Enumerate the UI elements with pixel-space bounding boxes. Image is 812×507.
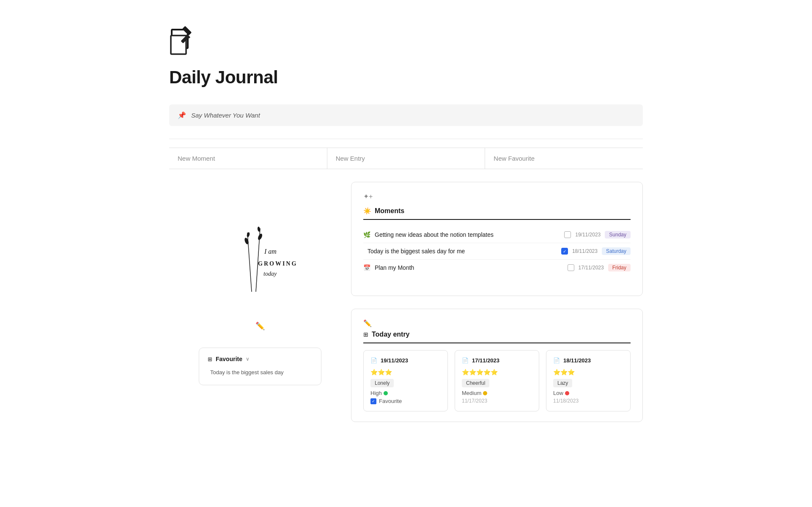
entry-card-1-header: 📄 19/11/2023 (370, 357, 441, 364)
fav-mini-item-text: Today is the biggest sales day (210, 369, 283, 375)
moment-item-1: 🌿 Getting new ideas about the notion tem… (363, 227, 631, 243)
svg-text:today: today (263, 271, 277, 277)
entry-card-3-mood: Lazy (553, 379, 572, 387)
page-title: Daily Journal (169, 67, 643, 88)
entry-card-2-header: 📄 17/11/2023 (462, 357, 532, 364)
today-entry-title-row: ⊞ Today entry (363, 331, 631, 343)
fav-mini-dropdown-icon[interactable]: ∨ (246, 356, 250, 362)
grid-icon: ⊞ (363, 331, 368, 338)
entry-card-1-mood: Lonely (370, 379, 394, 387)
moment-checkbox-2[interactable] (561, 248, 568, 255)
entry-card-3: 📄 18/11/2023 ⭐⭐⭐ Lazy Low 11/18/2023 (546, 350, 631, 411)
moment-text-1: Getting new ideas about the notion templ… (375, 231, 560, 238)
pinned-banner: 📌 Say Whatever You Want (169, 104, 643, 126)
entry-card-1-fav-row: Favourite (370, 398, 441, 404)
moments-title: Moments (375, 207, 404, 215)
moment-item-2: Today is the biggest sales day for me 18… (363, 243, 631, 260)
entry-card-1-stars: ⭐⭐⭐ (370, 369, 441, 375)
favourite-mini-card: ⊞ Favourite ∨ Today is the biggest sales… (199, 348, 321, 385)
entry-card-1-energy: High (370, 390, 441, 396)
today-entry-title: Today entry (372, 331, 410, 338)
moment-checkbox-1[interactable] (564, 231, 571, 238)
fav-mini-header: ⊞ Favourite ∨ (208, 356, 313, 362)
content-area-entries: ✏️ ⊞ Favourite ∨ Today is the biggest sa… (169, 309, 643, 422)
today-entry-edit-icon-area: ✏️ (363, 319, 631, 327)
entry-card-3-energy-dot (565, 391, 569, 395)
entry-card-3-energy-label: Low (553, 390, 563, 396)
today-entry-card: ✏️ ⊞ Today entry 📄 19/11/2023 ⭐⭐⭐ Lonely (351, 309, 643, 422)
entry-card-3-date-small: 11/18/2023 (553, 398, 623, 404)
entry-card-1: 📄 19/11/2023 ⭐⭐⭐ Lonely High Favourite (363, 350, 448, 411)
entry-card-2-energy: Medium (462, 390, 532, 396)
entry-card-2-mood: Cheerful (462, 379, 489, 387)
entry-card-3-date: 18/11/2023 (563, 357, 591, 364)
page-icon-area (169, 34, 643, 59)
content-area-moments: I am GROWING today ✦+ ☀️ Moments 🌿 Getti… (169, 182, 643, 296)
svg-text:GROWING: GROWING (258, 260, 297, 267)
illustration-left-2: ✏️ ⊞ Favourite ∨ Today is the biggest sa… (169, 309, 351, 422)
moment-text-3: Plan my Month (375, 264, 563, 271)
entry-card-2-energy-label: Medium (462, 390, 481, 396)
moment-day-2: Saturday (602, 247, 631, 255)
entry-card-1-date: 19/11/2023 (381, 357, 408, 364)
entry-card-2-stars: ⭐⭐⭐⭐⭐ (462, 369, 532, 375)
moment-icon-1: 🌿 (363, 231, 370, 238)
fav-mini-title: Favourite (216, 356, 242, 362)
entry-card-2-date: 17/11/2023 (472, 357, 499, 364)
sparkle-icon[interactable]: ✦+ (363, 192, 373, 200)
moments-title-row: ☀️ Moments (363, 207, 631, 220)
entry-card-2-energy-dot (483, 391, 487, 395)
entry-card-3-stars: ⭐⭐⭐ (553, 369, 623, 375)
svg-point-10 (247, 232, 250, 237)
entry-card-2-doc-icon: 📄 (462, 357, 469, 364)
entry-card-3-doc-icon: 📄 (553, 357, 560, 364)
entry-card-2: 📄 17/11/2023 ⭐⭐⭐⭐⭐ Cheerful Medium 11/17… (455, 350, 539, 411)
new-moment-button[interactable]: New Moment (169, 148, 327, 169)
entry-card-1-fav-label: Favourite (379, 398, 402, 404)
moment-day-3: Friday (608, 264, 631, 271)
entry-card-3-energy: Low (553, 390, 623, 396)
new-entry-button[interactable]: New Entry (327, 148, 486, 169)
main-container: Daily Journal 📌 Say Whatever You Want Ne… (131, 0, 681, 460)
entry-card-1-energy-label: High (370, 390, 382, 396)
moment-date-3: 17/11/2023 (579, 265, 604, 271)
moment-text-2: Today is the biggest sales day for me (368, 248, 557, 255)
pinned-text: Say Whatever You Want (191, 112, 260, 119)
entry-card-1-energy-dot (384, 391, 388, 395)
sun-icon: ☀️ (363, 207, 371, 215)
moment-date-2: 18/11/2023 (572, 248, 598, 254)
svg-text:I am: I am (264, 248, 277, 255)
illustration-area: I am GROWING today (169, 182, 351, 296)
moments-card: ✦+ ☀️ Moments 🌿 Getting new ideas about … (351, 182, 643, 296)
moment-date-1: 19/11/2023 (575, 232, 601, 238)
entry-grid: 📄 19/11/2023 ⭐⭐⭐ Lonely High Favourite (363, 350, 631, 411)
fav-mini-item: Today is the biggest sales day (208, 367, 313, 377)
pin-icon: 📌 (178, 111, 186, 119)
today-entry-edit-icon: ✏️ (363, 320, 372, 327)
edit-icon-area: ✏️ (255, 317, 265, 331)
illustration-svg: I am GROWING today (218, 199, 302, 296)
card-header: ✦+ (363, 192, 631, 200)
entry-card-1-fav-checkbox[interactable] (370, 398, 376, 404)
moment-day-1: Sunday (605, 231, 631, 238)
entry-card-2-date-small: 11/17/2023 (462, 398, 532, 404)
new-favourite-button[interactable]: New Favourite (485, 148, 643, 169)
moment-checkbox-3[interactable] (568, 264, 574, 271)
edit-icon: ✏️ (255, 322, 265, 330)
fav-mini-grid-icon: ⊞ (208, 356, 212, 362)
entry-card-3-header: 📄 18/11/2023 (553, 357, 623, 364)
divider-1 (169, 139, 643, 139)
entry-card-1-doc-icon: 📄 (370, 357, 377, 364)
svg-point-11 (257, 233, 263, 241)
moment-icon-3: 📅 (363, 264, 370, 271)
new-buttons-row: New Moment New Entry New Favourite (169, 148, 643, 169)
moment-item-3: 📅 Plan my Month 17/11/2023 Friday (363, 260, 631, 276)
